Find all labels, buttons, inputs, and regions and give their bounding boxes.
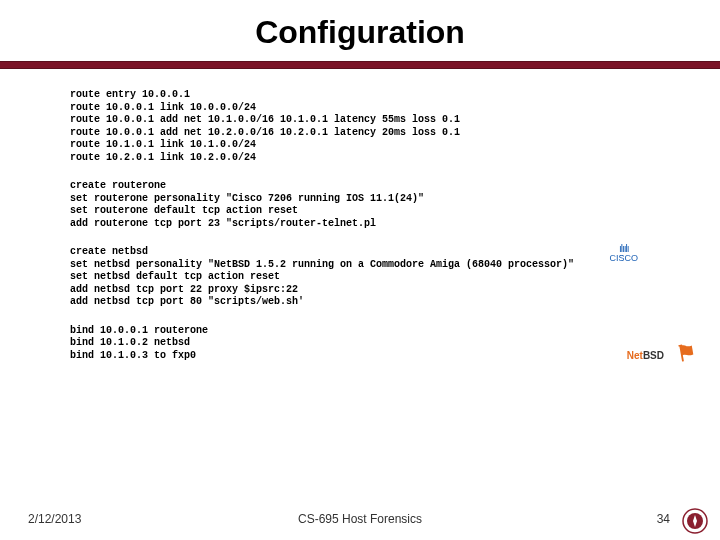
netbsd-logo: NetBSD ⚑ [627,350,664,361]
cisco-text: CISCO [609,253,638,263]
netbsd-bsd-text: BSD [643,350,664,361]
footer-page-number: 34 [657,512,670,526]
cisco-logo: ılıılı CISCO [609,244,638,263]
slide-body: route entry 10.0.0.1 route 10.0.0.1 link… [0,69,720,362]
config-block-routes: route entry 10.0.0.1 route 10.0.0.1 link… [70,89,650,164]
config-block-routerone: create routerone set routerone personali… [70,180,650,230]
netbsd-flag-icon: ⚑ [675,338,699,367]
slide-title: Configuration [0,14,720,51]
title-rule [0,61,720,69]
netbsd-net-text: Net [627,350,643,361]
footer-center: CS-695 Host Forensics [0,512,720,526]
config-block-binds: bind 10.0.0.1 routerone bind 10.1.0.2 ne… [70,325,650,363]
institution-seal-icon [682,508,708,534]
config-block-netbsd: create netbsd set netbsd personality "Ne… [70,246,650,309]
